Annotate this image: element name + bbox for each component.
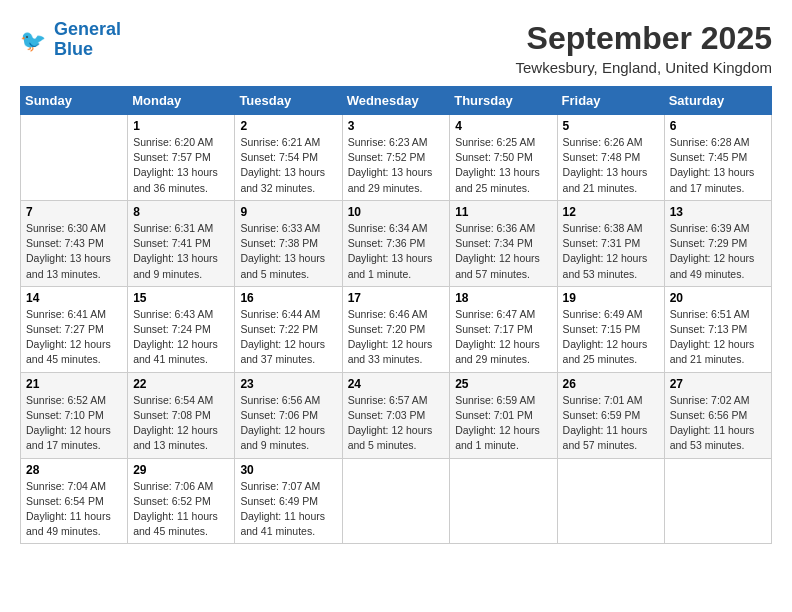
calendar-cell: 13Sunrise: 6:39 AM Sunset: 7:29 PM Dayli… <box>664 200 771 286</box>
calendar-cell: 10Sunrise: 6:34 AM Sunset: 7:36 PM Dayli… <box>342 200 450 286</box>
calendar-cell: 16Sunrise: 6:44 AM Sunset: 7:22 PM Dayli… <box>235 286 342 372</box>
column-header-sunday: Sunday <box>21 87 128 115</box>
day-info: Sunrise: 7:01 AM Sunset: 6:59 PM Dayligh… <box>563 393 659 454</box>
calendar-cell: 8Sunrise: 6:31 AM Sunset: 7:41 PM Daylig… <box>128 200 235 286</box>
day-number: 17 <box>348 291 445 305</box>
column-header-saturday: Saturday <box>664 87 771 115</box>
day-info: Sunrise: 6:43 AM Sunset: 7:24 PM Dayligh… <box>133 307 229 368</box>
calendar-cell: 11Sunrise: 6:36 AM Sunset: 7:34 PM Dayli… <box>450 200 557 286</box>
calendar-week-row: 28Sunrise: 7:04 AM Sunset: 6:54 PM Dayli… <box>21 458 772 544</box>
calendar-cell: 2Sunrise: 6:21 AM Sunset: 7:54 PM Daylig… <box>235 115 342 201</box>
day-number: 16 <box>240 291 336 305</box>
day-number: 21 <box>26 377 122 391</box>
logo-text: General Blue <box>54 20 121 60</box>
day-info: Sunrise: 6:59 AM Sunset: 7:01 PM Dayligh… <box>455 393 551 454</box>
day-info: Sunrise: 6:20 AM Sunset: 7:57 PM Dayligh… <box>133 135 229 196</box>
day-number: 27 <box>670 377 766 391</box>
calendar-week-row: 1Sunrise: 6:20 AM Sunset: 7:57 PM Daylig… <box>21 115 772 201</box>
day-info: Sunrise: 6:34 AM Sunset: 7:36 PM Dayligh… <box>348 221 445 282</box>
day-info: Sunrise: 7:06 AM Sunset: 6:52 PM Dayligh… <box>133 479 229 540</box>
calendar-cell: 14Sunrise: 6:41 AM Sunset: 7:27 PM Dayli… <box>21 286 128 372</box>
day-number: 26 <box>563 377 659 391</box>
day-info: Sunrise: 6:39 AM Sunset: 7:29 PM Dayligh… <box>670 221 766 282</box>
svg-text:🐦: 🐦 <box>20 27 47 53</box>
day-info: Sunrise: 6:51 AM Sunset: 7:13 PM Dayligh… <box>670 307 766 368</box>
day-info: Sunrise: 6:25 AM Sunset: 7:50 PM Dayligh… <box>455 135 551 196</box>
day-info: Sunrise: 6:38 AM Sunset: 7:31 PM Dayligh… <box>563 221 659 282</box>
day-info: Sunrise: 6:46 AM Sunset: 7:20 PM Dayligh… <box>348 307 445 368</box>
day-number: 29 <box>133 463 229 477</box>
day-info: Sunrise: 6:41 AM Sunset: 7:27 PM Dayligh… <box>26 307 122 368</box>
day-number: 19 <box>563 291 659 305</box>
calendar-week-row: 7Sunrise: 6:30 AM Sunset: 7:43 PM Daylig… <box>21 200 772 286</box>
calendar-cell: 21Sunrise: 6:52 AM Sunset: 7:10 PM Dayli… <box>21 372 128 458</box>
day-number: 6 <box>670 119 766 133</box>
calendar-cell: 15Sunrise: 6:43 AM Sunset: 7:24 PM Dayli… <box>128 286 235 372</box>
calendar-cell <box>557 458 664 544</box>
day-number: 7 <box>26 205 122 219</box>
column-header-tuesday: Tuesday <box>235 87 342 115</box>
title-block: September 2025 Tewkesbury, England, Unit… <box>515 20 772 76</box>
day-info: Sunrise: 6:52 AM Sunset: 7:10 PM Dayligh… <box>26 393 122 454</box>
day-info: Sunrise: 6:21 AM Sunset: 7:54 PM Dayligh… <box>240 135 336 196</box>
day-info: Sunrise: 6:56 AM Sunset: 7:06 PM Dayligh… <box>240 393 336 454</box>
calendar-cell: 6Sunrise: 6:28 AM Sunset: 7:45 PM Daylig… <box>664 115 771 201</box>
calendar-cell: 27Sunrise: 7:02 AM Sunset: 6:56 PM Dayli… <box>664 372 771 458</box>
day-number: 13 <box>670 205 766 219</box>
day-number: 8 <box>133 205 229 219</box>
day-info: Sunrise: 6:28 AM Sunset: 7:45 PM Dayligh… <box>670 135 766 196</box>
day-number: 14 <box>26 291 122 305</box>
day-info: Sunrise: 7:04 AM Sunset: 6:54 PM Dayligh… <box>26 479 122 540</box>
calendar-cell: 7Sunrise: 6:30 AM Sunset: 7:43 PM Daylig… <box>21 200 128 286</box>
calendar-cell: 23Sunrise: 6:56 AM Sunset: 7:06 PM Dayli… <box>235 372 342 458</box>
calendar-cell: 3Sunrise: 6:23 AM Sunset: 7:52 PM Daylig… <box>342 115 450 201</box>
day-info: Sunrise: 6:33 AM Sunset: 7:38 PM Dayligh… <box>240 221 336 282</box>
calendar-cell: 17Sunrise: 6:46 AM Sunset: 7:20 PM Dayli… <box>342 286 450 372</box>
column-header-friday: Friday <box>557 87 664 115</box>
day-number: 15 <box>133 291 229 305</box>
day-number: 1 <box>133 119 229 133</box>
column-header-wednesday: Wednesday <box>342 87 450 115</box>
day-info: Sunrise: 6:54 AM Sunset: 7:08 PM Dayligh… <box>133 393 229 454</box>
column-header-thursday: Thursday <box>450 87 557 115</box>
day-number: 10 <box>348 205 445 219</box>
location: Tewkesbury, England, United Kingdom <box>515 59 772 76</box>
day-number: 22 <box>133 377 229 391</box>
day-number: 20 <box>670 291 766 305</box>
calendar-cell: 22Sunrise: 6:54 AM Sunset: 7:08 PM Dayli… <box>128 372 235 458</box>
logo-icon: 🐦 <box>20 25 50 55</box>
calendar-cell <box>342 458 450 544</box>
day-info: Sunrise: 6:30 AM Sunset: 7:43 PM Dayligh… <box>26 221 122 282</box>
day-number: 4 <box>455 119 551 133</box>
calendar-cell: 9Sunrise: 6:33 AM Sunset: 7:38 PM Daylig… <box>235 200 342 286</box>
day-number: 30 <box>240 463 336 477</box>
day-info: Sunrise: 7:07 AM Sunset: 6:49 PM Dayligh… <box>240 479 336 540</box>
calendar-week-row: 14Sunrise: 6:41 AM Sunset: 7:27 PM Dayli… <box>21 286 772 372</box>
day-number: 28 <box>26 463 122 477</box>
day-info: Sunrise: 6:57 AM Sunset: 7:03 PM Dayligh… <box>348 393 445 454</box>
day-number: 18 <box>455 291 551 305</box>
calendar-cell: 5Sunrise: 6:26 AM Sunset: 7:48 PM Daylig… <box>557 115 664 201</box>
calendar-cell <box>450 458 557 544</box>
day-info: Sunrise: 6:31 AM Sunset: 7:41 PM Dayligh… <box>133 221 229 282</box>
month-title: September 2025 <box>515 20 772 57</box>
day-info: Sunrise: 6:26 AM Sunset: 7:48 PM Dayligh… <box>563 135 659 196</box>
calendar-cell: 26Sunrise: 7:01 AM Sunset: 6:59 PM Dayli… <box>557 372 664 458</box>
day-number: 25 <box>455 377 551 391</box>
day-info: Sunrise: 6:49 AM Sunset: 7:15 PM Dayligh… <box>563 307 659 368</box>
day-number: 11 <box>455 205 551 219</box>
calendar-cell <box>21 115 128 201</box>
logo-line1: General <box>54 19 121 39</box>
calendar-cell: 30Sunrise: 7:07 AM Sunset: 6:49 PM Dayli… <box>235 458 342 544</box>
calendar-cell: 4Sunrise: 6:25 AM Sunset: 7:50 PM Daylig… <box>450 115 557 201</box>
day-number: 2 <box>240 119 336 133</box>
calendar-cell: 19Sunrise: 6:49 AM Sunset: 7:15 PM Dayli… <box>557 286 664 372</box>
logo: 🐦 General Blue <box>20 20 121 60</box>
column-header-monday: Monday <box>128 87 235 115</box>
calendar-cell: 18Sunrise: 6:47 AM Sunset: 7:17 PM Dayli… <box>450 286 557 372</box>
day-number: 3 <box>348 119 445 133</box>
calendar-table: SundayMondayTuesdayWednesdayThursdayFrid… <box>20 86 772 544</box>
calendar-cell: 25Sunrise: 6:59 AM Sunset: 7:01 PM Dayli… <box>450 372 557 458</box>
calendar-cell: 20Sunrise: 6:51 AM Sunset: 7:13 PM Dayli… <box>664 286 771 372</box>
day-info: Sunrise: 6:36 AM Sunset: 7:34 PM Dayligh… <box>455 221 551 282</box>
